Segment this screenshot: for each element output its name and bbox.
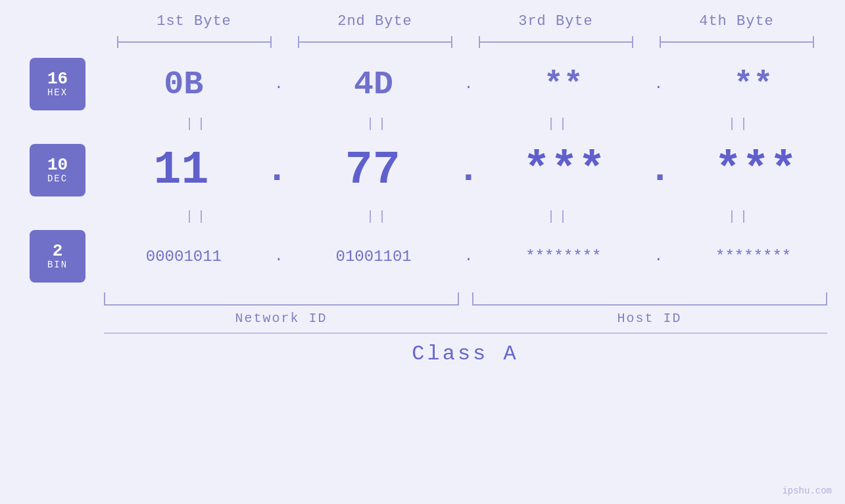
bottom-brackets [104, 292, 827, 306]
dec-val-1: 11 [99, 145, 264, 196]
id-labels: Network ID Host ID [104, 311, 827, 326]
hex-dot-1: . [269, 76, 289, 93]
dec-values: 11 . 77 . *** . *** [92, 145, 845, 196]
main-container: 1st Byte 2nd Byte 3rd Byte 4th Byte 16 H… [0, 0, 845, 504]
eq-2-1: || [107, 209, 288, 224]
bin-dot-1: . [269, 248, 289, 265]
byte-header-2: 2nd Byte [285, 13, 466, 30]
hex-val-2: 4D [289, 66, 459, 103]
eq-1-3: || [469, 116, 650, 131]
bin-badge-label: BIN [47, 260, 68, 270]
byte-header-1: 1st Byte [104, 13, 285, 30]
bracket-2 [285, 36, 466, 48]
dec-dot-1: . [264, 151, 290, 189]
hex-dot-2: . [459, 76, 479, 93]
watermark: ipshu.com [782, 486, 832, 496]
bin-val-1: 00001011 [99, 248, 269, 265]
byte-header-3: 3rd Byte [466, 13, 646, 30]
eq-2-4: || [650, 209, 831, 224]
bin-dot-2: . [459, 248, 479, 265]
eq-2-2: || [288, 209, 469, 224]
dec-val-3: *** [482, 145, 647, 196]
network-id-label: Network ID [104, 311, 459, 326]
dec-val-4: *** [673, 145, 838, 196]
top-brackets [104, 36, 827, 48]
hex-val-4: ** [668, 66, 838, 103]
bin-values: 00001011 . 01001101 . ******** . *******… [92, 248, 845, 265]
dec-badge-num: 10 [47, 156, 68, 173]
bin-badge-num: 2 [53, 242, 63, 260]
dec-dot-2: . [456, 151, 482, 189]
equals-row-2: || || || || [107, 206, 831, 227]
equals-row-1: || || || || [107, 114, 831, 134]
bin-val-2: 01001101 [289, 248, 459, 265]
dec-badge: 10 DEC [30, 144, 85, 196]
bin-badge: 2 BIN [30, 230, 85, 283]
bottom-section: Network ID Host ID [104, 292, 827, 326]
bin-dot-3: . [648, 248, 668, 265]
hex-row: 16 HEX 0B . 4D . ** . ** [0, 55, 845, 114]
bracket-4 [646, 36, 827, 48]
bin-row: 2 BIN 00001011 . 01001101 . ******** . *… [0, 227, 845, 286]
hex-dot-3: . [648, 76, 668, 93]
network-bracket [104, 292, 459, 306]
eq-1-1: || [107, 116, 288, 131]
eq-1-2: || [288, 116, 469, 131]
dec-dot-3: . [647, 151, 673, 189]
dec-badge-label: DEC [47, 173, 68, 184]
eq-2-3: || [469, 209, 650, 224]
byte-headers: 1st Byte 2nd Byte 3rd Byte 4th Byte [104, 13, 827, 30]
hex-val-3: ** [479, 66, 649, 103]
dec-val-2: 77 [290, 145, 455, 196]
hex-badge-label: HEX [47, 87, 68, 98]
dec-row: 10 DEC 11 . 77 . *** . *** [0, 134, 845, 206]
host-id-label: Host ID [472, 311, 827, 326]
eq-1-4: || [650, 116, 831, 131]
host-bracket [472, 292, 827, 306]
bracket-3 [466, 36, 646, 48]
byte-header-4: 4th Byte [646, 13, 827, 30]
bracket-1 [104, 36, 285, 48]
hex-badge-num: 16 [47, 70, 68, 87]
class-section: Class A [104, 332, 827, 366]
class-label: Class A [104, 342, 827, 366]
hex-values: 0B . 4D . ** . ** [92, 66, 845, 103]
class-divider [104, 332, 827, 334]
bin-val-3: ******** [479, 248, 649, 265]
bin-val-4: ******** [668, 248, 838, 265]
hex-val-1: 0B [99, 66, 269, 103]
hex-badge: 16 HEX [30, 58, 85, 110]
